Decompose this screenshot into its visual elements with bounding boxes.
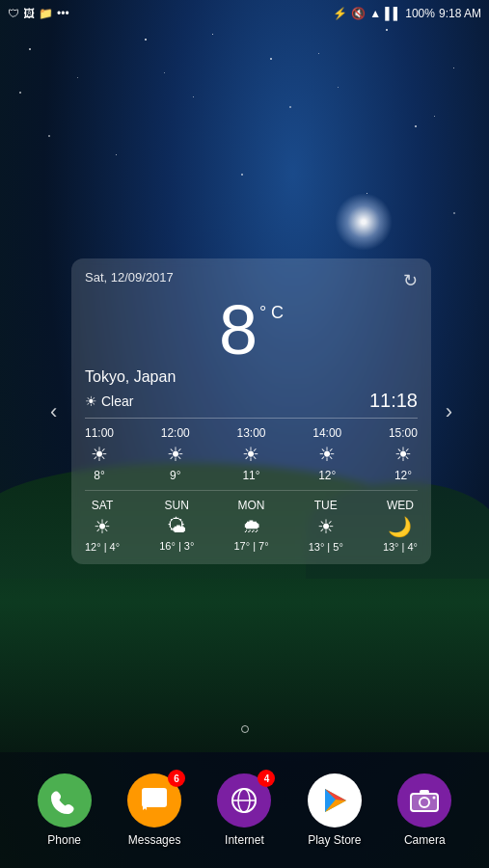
weather-widget: ‹ › Sat, 12/09/2017 ↻ 8 ° C Tokyo, Japan… (71, 258, 431, 564)
hourly-time: 13:00 (236, 426, 265, 440)
daily-day: MON (238, 499, 265, 512)
condition-text: Clear (101, 393, 133, 409)
hourly-time: 15:00 (389, 426, 418, 440)
temperature-unit: ° C (259, 303, 284, 323)
hourly-item: 12:00 ☀ 9° (161, 426, 190, 482)
internet-label: Internet (225, 833, 264, 847)
battery-level: 100% (405, 7, 435, 20)
daily-item: SAT ☀ 12° | 4° (85, 499, 120, 553)
hourly-temp: 9° (170, 469, 180, 482)
daily-item: SUN 🌤 16° | 3° (159, 499, 194, 553)
bluetooth-icon: ⚡ (333, 7, 347, 20)
hourly-icon: ☀ (242, 443, 259, 466)
hourly-time: 12:00 (161, 426, 190, 440)
phone-label: Phone (47, 833, 81, 847)
time-display: 9:18 AM (439, 7, 481, 20)
hourly-item: 15:00 ☀ 12° (389, 426, 418, 482)
refresh-button[interactable]: ↻ (403, 270, 418, 291)
weather-condition: ☀ Clear (85, 393, 133, 409)
status-right-icons: ⚡ 🔇 ▲ ▌▌ 100% 9:18 AM (333, 7, 481, 20)
playstore-app[interactable]: Play Store (308, 773, 362, 847)
hourly-temp: 8° (94, 469, 104, 482)
signal-icon: ▌▌ (385, 7, 401, 20)
app-dock: Phone 6 Messages 4 Internet (0, 752, 489, 868)
daily-temp: 16° | 3° (159, 540, 194, 552)
hourly-icon: ☀ (394, 443, 412, 466)
daily-item: WED 🌙 13° | 4° (383, 499, 418, 553)
temperature-value: 8 (219, 295, 258, 365)
daily-item: TUE ☀ 13° | 5° (309, 499, 343, 553)
condition-row: ☀ Clear 11:18 (85, 390, 418, 419)
daily-icon: 🌧 (242, 515, 261, 537)
daily-icon: ☀ (317, 515, 335, 538)
bright-star (335, 193, 393, 251)
daily-forecast: SAT ☀ 12° | 4° SUN 🌤 16° | 3° MON 🌧 17° … (85, 499, 418, 553)
camera-icon[interactable] (397, 773, 451, 827)
image-icon: 🖼 (23, 7, 35, 20)
svg-rect-10 (420, 790, 429, 794)
hourly-icon: ☀ (91, 443, 108, 466)
mute-icon: 🔇 (351, 7, 366, 20)
shield-icon: 🛡 (8, 7, 19, 20)
daily-temp: 13° | 5° (309, 541, 343, 553)
weather-location: Tokyo, Japan (85, 368, 418, 386)
camera-label: Camera (404, 833, 446, 847)
hourly-icon: ☀ (167, 443, 184, 466)
hourly-icon: ☀ (318, 443, 336, 466)
daily-day: WED (387, 499, 414, 512)
widget-header: Sat, 12/09/2017 ↻ (85, 270, 418, 291)
internet-app[interactable]: 4 Internet (217, 773, 271, 847)
dots-icon: ••• (57, 7, 69, 20)
playstore-icon[interactable] (308, 773, 362, 827)
wifi-icon: ▲ (369, 7, 381, 20)
page-indicator (241, 725, 249, 733)
messages-label: Messages (128, 833, 181, 847)
temperature-display: 8 ° C (85, 295, 418, 365)
messages-app[interactable]: 6 Messages (127, 773, 181, 847)
hourly-item: 14:00 ☀ 12° (312, 426, 341, 482)
folder-icon: 📁 (39, 7, 53, 20)
status-left-icons: 🛡 🖼 📁 ••• (8, 7, 69, 20)
playstore-label: Play Store (308, 833, 361, 847)
hourly-item: 11:00 ☀ 8° (85, 426, 114, 482)
hourly-time: 14:00 (312, 426, 341, 440)
weather-date: Sat, 12/09/2017 (85, 270, 174, 285)
daily-item: MON 🌧 17° | 7° (233, 499, 268, 553)
daily-day: SAT (92, 499, 113, 512)
camera-app[interactable]: Camera (397, 773, 451, 847)
svg-point-11 (433, 797, 436, 800)
condition-icon: ☀ (85, 393, 97, 409)
hourly-temp: 12° (394, 469, 412, 482)
messages-badge: 6 (168, 770, 185, 787)
phone-app[interactable]: Phone (38, 773, 92, 847)
daily-icon: 🌙 (388, 515, 412, 538)
daily-temp: 12° | 4° (85, 541, 120, 553)
daily-temp: 13° | 4° (383, 541, 418, 553)
weather-next-button[interactable]: › (446, 399, 452, 424)
weather-prev-button[interactable]: ‹ (50, 399, 57, 424)
daily-icon: 🌤 (167, 515, 186, 537)
hourly-time: 11:00 (85, 426, 114, 440)
internet-badge: 4 (258, 770, 275, 787)
daily-temp: 17° | 7° (233, 540, 268, 552)
internet-icon[interactable]: 4 (217, 773, 271, 827)
hourly-item: 13:00 ☀ 11° (236, 426, 265, 482)
status-bar: 🛡 🖼 📁 ••• ⚡ 🔇 ▲ ▌▌ 100% 9:18 AM (0, 0, 489, 27)
phone-icon[interactable] (38, 773, 92, 827)
daily-day: SUN (165, 499, 189, 512)
local-time: 11:18 (369, 390, 418, 412)
hourly-temp: 11° (242, 469, 259, 482)
daily-day: TUE (314, 499, 338, 512)
hourly-forecast: 11:00 ☀ 8° 12:00 ☀ 9° 13:00 ☀ 11° 14:00 … (85, 426, 418, 491)
messages-icon[interactable]: 6 (127, 773, 181, 827)
hourly-temp: 12° (318, 469, 336, 482)
daily-icon: ☀ (94, 515, 111, 538)
